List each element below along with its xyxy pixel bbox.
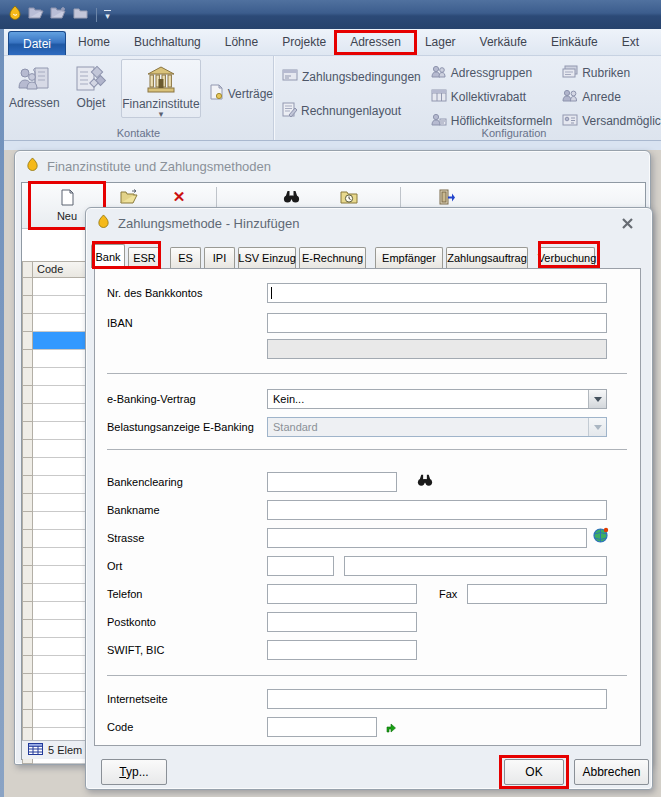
- ribbon-tab-einkaeufe[interactable]: Einkäufe: [539, 29, 610, 55]
- kollektivrabatt-icon: [431, 89, 447, 105]
- adressgruppen-icon: [431, 65, 447, 81]
- grid-row-header[interactable]: [22, 296, 33, 314]
- adressgruppen-button[interactable]: Adressgruppen: [431, 65, 552, 81]
- kollektivrabatt-button[interactable]: Kollektivrabatt: [431, 89, 552, 105]
- vertraege-button[interactable]: Verträge: [209, 84, 273, 103]
- tab-empfaenger[interactable]: Empfänger: [375, 247, 443, 268]
- objet-button[interactable]: Objet: [65, 59, 118, 110]
- finance-window-icon: [25, 157, 40, 176]
- tab-verbuchung[interactable]: Verbuchung: [539, 247, 595, 268]
- bank-name-label: Bankname: [107, 504, 160, 516]
- type-button[interactable]: Typ...: [101, 759, 167, 785]
- rubriken-button[interactable]: Rubriken: [562, 65, 661, 81]
- separator-line: [107, 449, 627, 450]
- postal-account-input[interactable]: [267, 612, 417, 632]
- tab-bank[interactable]: Bank: [91, 244, 125, 268]
- group-caption-konfiguration: Konfiguration: [404, 127, 624, 139]
- cancel-button[interactable]: Abbrechen: [574, 759, 649, 785]
- grid-row-header[interactable]: [22, 386, 33, 404]
- grid-row-header[interactable]: [22, 512, 33, 530]
- street-input[interactable]: [267, 528, 587, 548]
- tab-es[interactable]: ES: [170, 247, 201, 268]
- dialog-titlebar[interactable]: Zahlungsmethode - Hinzufügen: [86, 208, 652, 238]
- code-label: Code: [107, 721, 133, 733]
- grid-row-header[interactable]: [22, 548, 33, 566]
- ribbon-tab-adressen-label: Adressen: [350, 35, 401, 49]
- grid-row-header[interactable]: [22, 332, 33, 350]
- grid-corner: [22, 261, 33, 278]
- grid-row-header[interactable]: [22, 620, 33, 638]
- grid-row-header[interactable]: [22, 710, 33, 728]
- zahlungsbedingungen-button[interactable]: Zahlungsbedingungen: [282, 69, 421, 84]
- tab-lsv-einzug[interactable]: LSV Einzug: [238, 247, 296, 268]
- grid-row-header[interactable]: [22, 422, 33, 440]
- ok-button[interactable]: OK: [504, 759, 564, 785]
- fax-input[interactable]: [467, 584, 607, 604]
- bank-account-input[interactable]: [267, 283, 607, 303]
- new-page-icon: [60, 189, 75, 208]
- finance-window-titlebar[interactable]: Finanzinstitute und Zahlungsmethoden: [15, 151, 650, 181]
- adressen-button[interactable]: Adressen: [8, 59, 61, 110]
- ribbon-tab-projekte[interactable]: Projekte: [270, 29, 338, 55]
- type-button-label: Typ...: [119, 765, 148, 779]
- clearing-search-icon[interactable]: [417, 473, 433, 491]
- grid-row-header[interactable]: [22, 476, 33, 494]
- grid-row-header[interactable]: [22, 530, 33, 548]
- open-folder-icon[interactable]: [28, 6, 45, 24]
- clearing-input[interactable]: [267, 472, 397, 492]
- ribbon-tab-loehne[interactable]: Löhne: [213, 29, 270, 55]
- iban-input[interactable]: [267, 313, 607, 333]
- open-folder-new-icon[interactable]: [50, 6, 67, 24]
- customize-qat-icon[interactable]: ▾: [104, 10, 111, 20]
- grid-row-header[interactable]: [22, 638, 33, 656]
- bank-name-input[interactable]: [267, 500, 607, 520]
- zip-input[interactable]: [267, 556, 334, 576]
- grid-row-header[interactable]: [22, 584, 33, 602]
- hoeflichkeitsformeln-label: Höflichkeitsformeln: [451, 114, 552, 128]
- ebanking-contract-select[interactable]: Kein...: [267, 389, 607, 409]
- ribbon-tab-home[interactable]: Home: [66, 29, 122, 55]
- grid-row-header[interactable]: [22, 350, 33, 368]
- grid-row-header[interactable]: [22, 404, 33, 422]
- grid-row-header[interactable]: [22, 368, 33, 386]
- grid-row-header[interactable]: [22, 458, 33, 476]
- grid-row-header[interactable]: [22, 656, 33, 674]
- tab-esr[interactable]: ESR: [128, 247, 161, 268]
- ribbon-tab-verkaeufe[interactable]: Verkäufe: [468, 29, 539, 55]
- finance-window-title: Finanzinstitute und Zahlungsmethoden: [47, 159, 271, 174]
- ribbon-tab-ext[interactable]: Ext: [610, 29, 651, 55]
- map-globe-icon[interactable]: [593, 527, 609, 547]
- grid-row-header[interactable]: [22, 314, 33, 332]
- website-input[interactable]: [267, 689, 607, 709]
- tab-ipi[interactable]: IPI: [204, 247, 235, 268]
- grid-row-header[interactable]: [22, 602, 33, 620]
- finanzinstitute-dropdown-icon[interactable]: ▾: [159, 111, 164, 117]
- grid-row-header[interactable]: [22, 692, 33, 710]
- finanzinstitute-button[interactable]: Finanzinstitute ▾: [121, 59, 200, 118]
- rechnungenlayout-button[interactable]: Rechnungenlayout: [282, 102, 421, 120]
- grid-row-header[interactable]: [22, 440, 33, 458]
- code-generate-icon[interactable]: [385, 719, 397, 737]
- grid-row-header[interactable]: [22, 674, 33, 692]
- grid-row-header[interactable]: [22, 566, 33, 584]
- phone-input[interactable]: [267, 584, 417, 604]
- ribbon-tab-adressen[interactable]: Adressen: [338, 29, 413, 55]
- tab-e-rechnung[interactable]: E-Rechnung: [299, 247, 366, 268]
- ribbon-tab-buchhaltung[interactable]: Buchhaltung: [122, 29, 213, 55]
- city-input[interactable]: [344, 556, 607, 576]
- adressgruppen-label: Adressgruppen: [451, 66, 532, 80]
- bank-account-label: Nr. des Bankkontos: [107, 287, 202, 299]
- grid-row-header[interactable]: [22, 278, 33, 296]
- ribbon-tab-lager[interactable]: Lager: [413, 29, 468, 55]
- grid-row-header[interactable]: [22, 494, 33, 512]
- quick-access-toolbar: ▾: [0, 5, 111, 25]
- close-icon[interactable]: [616, 215, 638, 232]
- iban-formatted-field: [267, 339, 607, 359]
- text-caret: [271, 287, 272, 299]
- code-input[interactable]: [267, 717, 377, 737]
- dropdown-arrow-icon[interactable]: [588, 390, 606, 408]
- anrede-button[interactable]: Anrede: [562, 89, 661, 105]
- swift-input[interactable]: [267, 640, 417, 660]
- ribbon-tab-datei[interactable]: Datei: [8, 31, 66, 55]
- tab-zahlungsauftrag[interactable]: Zahlungsauftrag: [446, 247, 528, 268]
